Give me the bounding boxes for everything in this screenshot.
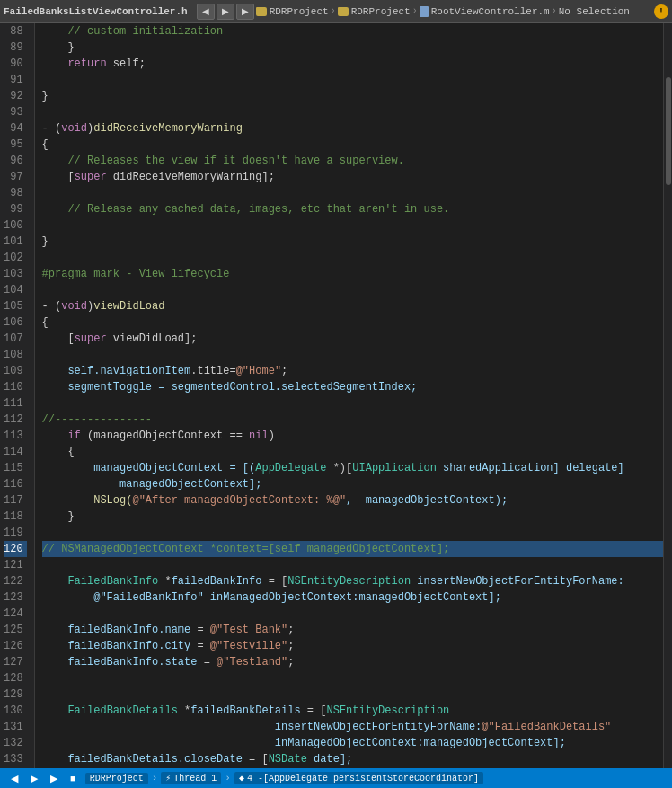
code-line bbox=[42, 670, 663, 686]
thread-icon: ⚡ bbox=[165, 773, 171, 784]
code-line: NSLog(@"After managedObjectContext: %@",… bbox=[42, 492, 663, 509]
toolbar-filename: FailedBanksListViewController.h bbox=[4, 6, 188, 17]
code-line: insertNewObjectForEntityForName:@"Failed… bbox=[42, 719, 663, 735]
line-number: 116 bbox=[4, 476, 27, 492]
line-number: 132 bbox=[4, 735, 27, 751]
code-line: // Releases the view if it doesn't have … bbox=[42, 153, 663, 169]
line-number: 120 bbox=[4, 541, 27, 557]
code-line: // custom initialization bbox=[42, 23, 663, 40]
code-line bbox=[42, 557, 663, 573]
code-line: @"FailedBankInfo" inManagedObjectContext… bbox=[42, 589, 663, 606]
line-number: 101 bbox=[4, 234, 27, 250]
code-line bbox=[42, 72, 663, 88]
code-line: { bbox=[42, 137, 663, 153]
breadcrumb-label-4: No Selection bbox=[559, 6, 630, 17]
toolbar: FailedBanksListViewController.h ◀ ▶ ▶ RD… bbox=[0, 0, 672, 23]
stack-label: 4 -[AppDelegate persistentStoreCoordinat… bbox=[247, 774, 479, 784]
code-line: } bbox=[42, 88, 663, 104]
scrollbar[interactable] bbox=[663, 23, 672, 768]
code-line: self.navigationItem.title=@"Home"; bbox=[42, 363, 663, 379]
line-number: 93 bbox=[4, 104, 27, 120]
status-stop-button[interactable]: ■ bbox=[66, 771, 80, 785]
status-run-button[interactable]: ▶ bbox=[47, 771, 61, 786]
code-line: [super didReceiveMemoryWarning]; bbox=[42, 169, 663, 185]
line-number: 97 bbox=[4, 169, 27, 185]
breadcrumb-label-3: RootViewController.m bbox=[431, 6, 550, 17]
line-number: 129 bbox=[4, 686, 27, 703]
nav-forward-button[interactable]: ▶ bbox=[217, 4, 234, 20]
code-line: } bbox=[42, 40, 663, 56]
breadcrumb-sep-2: › bbox=[412, 6, 418, 16]
code-line: managedObjectContext]; bbox=[42, 476, 663, 492]
code-line: //--------------- bbox=[42, 412, 663, 428]
status-bar: ◀ ▶ ▶ ■ RDRProject › ⚡ Thread 1 › ◆ 4 -[… bbox=[0, 768, 672, 788]
code-line bbox=[42, 250, 663, 266]
scrollbar-thumb[interactable] bbox=[666, 77, 671, 185]
nav-run-button[interactable]: ▶ bbox=[236, 4, 254, 20]
thread-label: Thread 1 bbox=[173, 774, 217, 784]
code-line: - (void)didReceiveMemoryWarning bbox=[42, 120, 663, 137]
stack-badge[interactable]: ◆ 4 -[AppDelegate persistentStoreCoordin… bbox=[234, 772, 483, 784]
line-number: 131 bbox=[4, 719, 27, 735]
breadcrumb: RDRProject › RDRProject › RootViewContro… bbox=[256, 6, 652, 17]
line-number: 100 bbox=[4, 217, 27, 234]
warning-icon[interactable]: ! bbox=[654, 4, 668, 19]
line-number: 122 bbox=[4, 573, 27, 589]
editor-container: 8889909192939495969798991001011021031041… bbox=[0, 23, 672, 768]
code-line bbox=[42, 104, 663, 120]
line-number: 133 bbox=[4, 751, 27, 767]
code-line: failedBankInfo.state = @"Testland"; bbox=[42, 654, 663, 670]
breadcrumb-item-3[interactable]: RootViewController.m bbox=[420, 6, 550, 17]
line-number: 112 bbox=[4, 412, 27, 428]
code-line: // NSManagedObjectContext *context=[self… bbox=[42, 541, 663, 557]
folder-icon-2 bbox=[338, 7, 349, 16]
breadcrumb-label-2: RDRProject bbox=[351, 6, 411, 17]
code-line: segmentToggle = segmentedControl.selecte… bbox=[42, 379, 663, 395]
breadcrumb-item-1[interactable]: RDRProject bbox=[256, 6, 329, 17]
line-number: 118 bbox=[4, 509, 27, 525]
code-line: FailedBankInfo *failedBankInfo = [NSEnti… bbox=[42, 573, 663, 589]
code-line bbox=[42, 217, 663, 234]
line-number: 115 bbox=[4, 460, 27, 476]
status-next-button[interactable]: ▶ bbox=[27, 771, 41, 786]
code-line: { bbox=[42, 314, 663, 331]
line-number: 126 bbox=[4, 638, 27, 654]
breadcrumb-sep-3: › bbox=[552, 6, 557, 16]
line-number: 119 bbox=[4, 525, 27, 541]
code-line: [super viewDidLoad]; bbox=[42, 331, 663, 347]
code-line: failedBankDetails.updatedDate = [NSDate … bbox=[42, 767, 663, 768]
line-number: 128 bbox=[4, 670, 27, 686]
stack-icon: ◆ bbox=[239, 773, 244, 784]
line-number: 111 bbox=[4, 395, 27, 412]
line-number: 124 bbox=[4, 606, 27, 622]
line-number: 96 bbox=[4, 153, 27, 169]
code-line: if (managedObjectContext == nil) bbox=[42, 428, 663, 444]
line-number: 88 bbox=[4, 23, 27, 40]
line-number: 114 bbox=[4, 444, 27, 460]
code-area[interactable]: // custom initialization } return self;}… bbox=[35, 23, 663, 768]
line-number: 110 bbox=[4, 379, 27, 395]
breadcrumb-item-2[interactable]: RDRProject bbox=[338, 6, 411, 17]
code-line bbox=[42, 347, 663, 363]
line-number: 123 bbox=[4, 589, 27, 606]
line-number: 107 bbox=[4, 331, 27, 347]
breadcrumb-item-4[interactable]: No Selection bbox=[559, 6, 630, 17]
status-prev-button[interactable]: ◀ bbox=[7, 771, 22, 786]
folder-icon bbox=[256, 7, 267, 16]
thread-badge[interactable]: ⚡ Thread 1 bbox=[161, 772, 221, 784]
line-number: 108 bbox=[4, 347, 27, 363]
nav-back-button[interactable]: ◀ bbox=[197, 4, 215, 20]
line-number: 98 bbox=[4, 185, 27, 201]
code-line bbox=[42, 686, 663, 703]
file-icon bbox=[420, 6, 429, 17]
code-line: { bbox=[42, 444, 663, 460]
code-line: // Release any cached data, images, etc … bbox=[42, 201, 663, 217]
status-breadcrumb: RDRProject › ⚡ Thread 1 › ◆ 4 -[AppDeleg… bbox=[85, 772, 665, 784]
code-line: } bbox=[42, 234, 663, 250]
code-line: - (void)viewDidLoad bbox=[42, 298, 663, 314]
line-number: 121 bbox=[4, 557, 27, 573]
breadcrumb-sep-1: › bbox=[331, 6, 336, 16]
line-number: 134 bbox=[4, 767, 27, 768]
line-number: 106 bbox=[4, 314, 27, 331]
line-number: 109 bbox=[4, 363, 27, 379]
